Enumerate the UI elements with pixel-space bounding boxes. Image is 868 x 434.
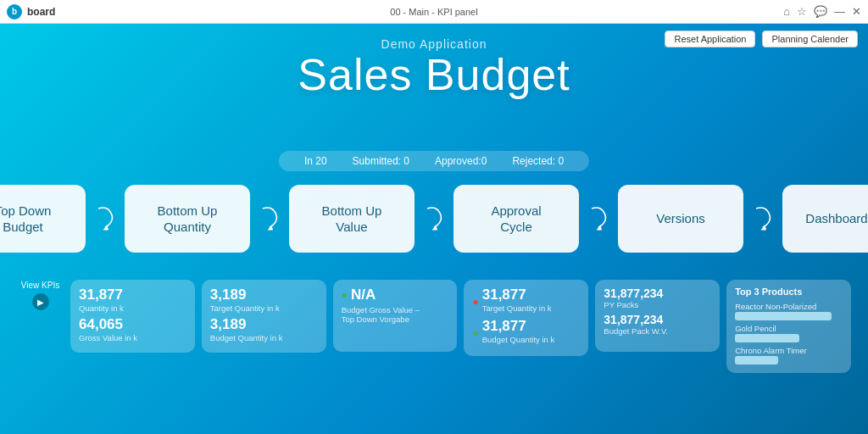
demo-label: Demo Application [0,37,868,51]
status-approved: Approved:0 [435,155,487,167]
kpi-panel-top-down: 31,877 Quantity in k 64,065 Gross Value … [70,280,195,353]
kpi-py-packs: 31,877,234 PY Packs [604,287,711,309]
titlebar: b board 00 - Main - KPI panel ⌂ ☆ 💬 — ✕ [0,0,868,24]
header-section: Demo Application Sales Budget [0,24,868,99]
top3-item-1: Reactor Non-Polarized [735,300,843,322]
kpi-panel-bottom-up-qty: 3,189 Target Quantity in k 3,189 Budget … [202,280,326,353]
status-bar: In 20 Submitted: 0 Approved:0 Rejected: … [279,151,589,171]
home-icon[interactable]: ⌂ [783,5,790,18]
status-rejected: Rejected: 0 [512,155,564,167]
top3-title: Top 3 Products [735,287,843,297]
kpi-na: ● N/A [342,287,449,303]
window-controls: ⌂ ☆ 💬 — ✕ [783,5,861,18]
card-versions[interactable]: Versions [618,185,743,253]
main-title: Sales Budget [0,51,868,99]
card-approval-cycle[interactable]: ApprovalCycle [453,185,579,253]
status-in: In 20 [304,155,327,167]
green-dot: ● [342,289,348,301]
kpi-budget-qty: 3,189 Budget Quantity in k [210,316,318,342]
arrow-4 [586,202,611,236]
arrow-5 [750,202,776,236]
kpi-target-qty: 3,189 Target Quantity in k [210,287,318,313]
star-icon[interactable]: ☆ [797,5,807,18]
arrow-2 [257,202,282,236]
arrow-1 [92,202,118,236]
close-icon[interactable]: ✕ [852,5,861,18]
card-dashboarding[interactable]: Dashboarding [782,185,868,253]
kpi-panel-approval: ● 31,877 Target Quantity in k ● 31,877 B… [464,280,588,356]
card-top-down-budget[interactable]: Top DownBudget [0,185,86,253]
arrow-3 [421,202,447,236]
top3-item-2: Gold Pencil [735,322,843,344]
minimize-icon[interactable]: — [834,5,845,18]
kpi-panel-versions: 31,877,234 PY Packs 31,877,234 Budget Pa… [595,280,720,352]
red-dot-1: ● [472,296,478,308]
kpi-gross-value: 64,065 Gross Value in k [79,316,186,342]
workflow-cards-row: Top DownBudget Bottom UpQuantity Bottom … [17,185,851,253]
kpi-row: View KPIs ▶ 31,877 Quantity in k 64,065 … [17,280,851,373]
view-kpis-label: View KPIs [21,281,59,290]
kpi-budget-pack: 31,877,234 Budget Pack W.V. [604,313,711,336]
card-bottom-up-value[interactable]: Bottom UpValue [289,185,415,253]
tab-title: 00 - Main - KPI panel [390,7,477,17]
kpi-quantity: 31,877 Quantity in k [79,287,186,313]
logo-area: b board [7,4,55,19]
app-name: board [27,6,55,18]
view-kpis-button[interactable]: ▶ [32,293,49,310]
card-bottom-up-quantity[interactable]: Bottom UpQuantity [125,185,250,253]
kpi-panel-bottom-up-val: ● N/A Budget Gross Value –Top Down Vorga… [333,280,458,352]
status-submitted: Submitted: 0 [353,155,409,167]
kpi-panel-top3: Top 3 Products Reactor Non-Polarized Gol… [726,280,851,373]
chat-icon[interactable]: 💬 [814,5,827,18]
view-kpis-section: View KPIs ▶ [17,280,64,310]
logo-icon: b [7,4,22,19]
green-dot-2: ● [472,327,478,339]
top3-item-3: Chrono Alarm Timer [735,344,843,366]
